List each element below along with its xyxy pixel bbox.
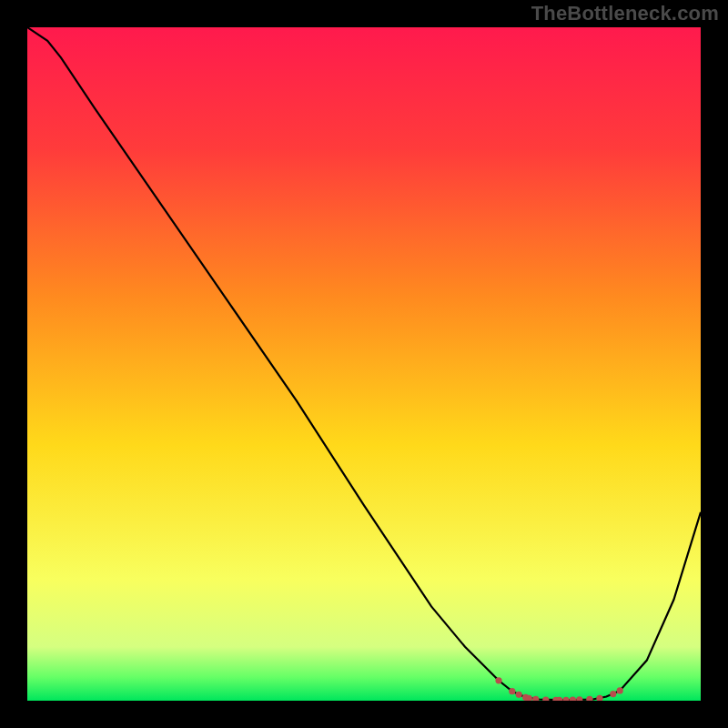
optimal-dot <box>495 677 501 683</box>
optimal-dot <box>516 692 522 698</box>
watermark-text: TheBottleneck.com <box>531 2 719 25</box>
optimal-dot <box>610 691 616 697</box>
plot-area <box>27 27 701 701</box>
chart-svg <box>27 27 701 701</box>
chart-frame: TheBottleneck.com <box>0 0 728 728</box>
gradient-background <box>27 27 701 701</box>
optimal-dot <box>617 687 623 693</box>
optimal-dot <box>509 688 515 694</box>
